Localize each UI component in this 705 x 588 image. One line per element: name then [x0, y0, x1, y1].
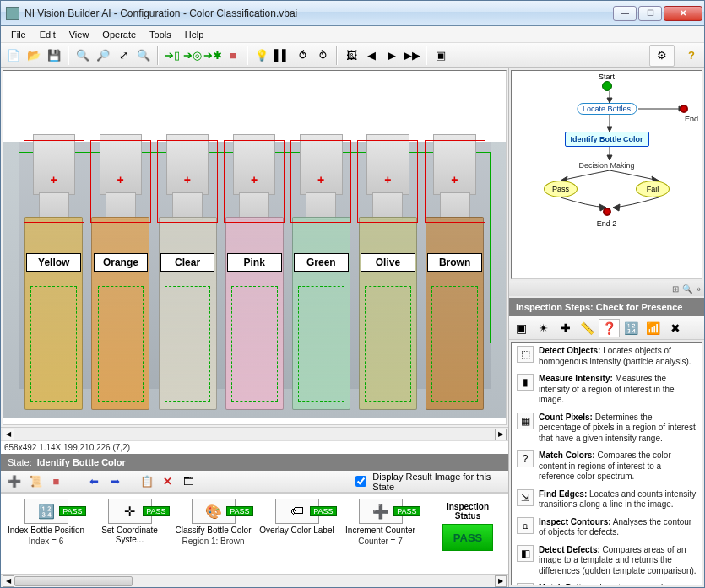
steps-scroll-right-icon[interactable]: ▶: [495, 575, 507, 587]
new-icon[interactable]: 📄: [4, 46, 23, 65]
pass-badge: PASS: [310, 506, 336, 516]
inspection-status-label: Inspection Status: [442, 502, 493, 521]
maximize-button[interactable]: ☐: [638, 6, 662, 21]
diagram-pass-node[interactable]: Pass: [544, 181, 578, 197]
scroll-left-icon[interactable]: ◀: [3, 429, 14, 440]
minimize-button[interactable]: —: [613, 6, 637, 21]
step-3[interactable]: 🏷PASSOverlay Color Label: [257, 499, 337, 537]
prev-arrow-icon[interactable]: ⬅: [85, 472, 103, 491]
highlight-icon[interactable]: ⥁: [313, 46, 332, 65]
zoom-in-icon[interactable]: 🔍: [73, 46, 92, 65]
step-item-icon: ?: [517, 450, 534, 467]
step-2[interactable]: 🎨PASSClassify Bottle ColorRegion 1: Brow…: [173, 499, 253, 546]
inspection-step-detect-objects[interactable]: ⬚Detect Objects: Locates objects of homo…: [512, 343, 702, 370]
bottle-orange: +Orange: [90, 134, 151, 410]
step-0[interactable]: 🔢PASSIndex Bottle PositionIndex = 6: [6, 499, 86, 546]
bulb-icon[interactable]: 💡: [252, 46, 271, 65]
image-play-icon[interactable]: ▶: [382, 46, 401, 65]
inspection-step-match-pattern[interactable]: ◎Match Pattern: Locates grayscale featur…: [512, 580, 702, 585]
step-4[interactable]: ➕PASSIncrement CounterCounter = 7: [340, 499, 420, 546]
measure-icon[interactable]: 📏: [577, 319, 598, 337]
bottle-label: Brown: [427, 253, 482, 272]
state-diagram[interactable]: Start Locate Bottles Identify Bottle Col…: [511, 70, 702, 279]
image-hscrollbar[interactable]: ◀ ▶: [1, 427, 508, 440]
inspection-step-find-edges[interactable]: ⇲Find Edges: Locates and counts intensit…: [512, 486, 702, 514]
step-subtitle: Region 1: Brown: [182, 537, 245, 546]
bottle-label: Clear: [160, 253, 215, 272]
zoom-fit-icon[interactable]: ⤢: [114, 46, 133, 65]
run-continuous-icon[interactable]: ➔✱: [203, 46, 222, 65]
scroll-right-icon[interactable]: ▶: [495, 429, 507, 440]
run-step-icon[interactable]: ➔▯: [163, 46, 182, 65]
clipboard-icon[interactable]: 📋: [138, 472, 156, 491]
state-stop-icon[interactable]: ■: [47, 472, 65, 491]
diagram-zoom-icon[interactable]: 🔍: [682, 284, 692, 294]
comm-icon[interactable]: 📶: [643, 319, 664, 337]
steps-hscrollbar[interactable]: ◀ ▶: [1, 574, 508, 587]
menu-file[interactable]: File: [4, 28, 33, 41]
diagram-start-node[interactable]: [602, 81, 612, 91]
help-icon[interactable]: ?: [682, 46, 701, 65]
menu-view[interactable]: View: [62, 28, 96, 41]
inspection-step-detect-defects[interactable]: ◧Detect Defects: Compares areas of an im…: [512, 542, 702, 580]
diagram-view-icon[interactable]: ⊞: [672, 284, 679, 294]
acquire-icon[interactable]: ▣: [511, 319, 532, 337]
inspection-steps-list[interactable]: ⬚Detect Objects: Locates objects of homo…: [511, 342, 702, 585]
crosshair-icon: +: [184, 173, 191, 186]
script-icon[interactable]: 📜: [27, 472, 45, 491]
pause-icon[interactable]: ▌▌: [273, 46, 291, 65]
menu-tools[interactable]: Tools: [143, 28, 178, 41]
next-arrow-icon[interactable]: ➡: [106, 472, 124, 491]
run-once-icon[interactable]: ➔◎: [183, 46, 202, 65]
crosshair-icon: +: [50, 173, 57, 186]
probe-icon[interactable]: ⥀: [293, 46, 312, 65]
inspection-step-count-pixels[interactable]: ▦Count Pixels: Determines the percentage…: [512, 409, 702, 448]
display-result-checkbox[interactable]: Display Result Image for this State: [352, 472, 503, 492]
step-item-text: Detect Defects: Compares areas of an ima…: [539, 545, 697, 577]
zoom-1to1-icon[interactable]: 🔍: [134, 46, 153, 65]
diagram-expand-icon[interactable]: »: [696, 284, 701, 294]
step-item-icon: ⬚: [517, 346, 534, 363]
image-prev-icon[interactable]: ◀: [362, 46, 381, 65]
menu-operate[interactable]: Operate: [95, 28, 143, 41]
image-icon[interactable]: 🖼: [342, 46, 361, 65]
image-viewer[interactable]: +Yellow+Orange+Clear+Pink+Green+Olive+Br…: [3, 70, 507, 425]
body-roi: [431, 286, 478, 402]
diagram-end2-node[interactable]: [603, 208, 611, 216]
step-icon: 🏷: [290, 504, 304, 519]
zoom-out-icon[interactable]: 🔎: [94, 46, 112, 65]
presence-icon[interactable]: ❓: [599, 319, 620, 337]
steps-scroll-thumb[interactable]: [14, 576, 133, 586]
step-icon: ➕: [372, 504, 389, 520]
add-step-icon[interactable]: ➕: [6, 472, 24, 491]
identify-icon[interactable]: 🔢: [621, 319, 642, 337]
save-icon[interactable]: 💾: [45, 46, 63, 65]
step-1[interactable]: ✛PASSSet Coordinate Syste...: [89, 499, 170, 546]
open-icon[interactable]: 📂: [24, 46, 43, 65]
display-result-checkbox-input[interactable]: [355, 476, 366, 487]
inspection-step-inspect-contours[interactable]: ⩍Inspect Contours: Analyses the contour …: [512, 514, 702, 542]
toggle-icon[interactable]: ⚙: [653, 46, 671, 65]
diagram-locate-node[interactable]: Locate Bottles: [577, 103, 637, 115]
step-subtitle: Index = 6: [29, 537, 63, 546]
steps-scroll-left-icon[interactable]: ◀: [3, 575, 14, 587]
close-button[interactable]: ✕: [664, 6, 702, 21]
diagram-end-node[interactable]: [680, 105, 688, 113]
delete-icon[interactable]: ✕: [159, 472, 176, 491]
inspection-step-match-colors[interactable]: ?Match Colors: Compares the color conten…: [512, 447, 702, 486]
diagram-identify-node[interactable]: Identify Bottle Color: [565, 132, 649, 147]
stop-icon[interactable]: ■: [224, 46, 242, 65]
overlay-icon[interactable]: ▣: [431, 46, 450, 65]
step-item-icon: ◧: [517, 545, 534, 562]
bottle-label: Orange: [94, 253, 149, 272]
menu-edit[interactable]: Edit: [33, 28, 62, 41]
image-next-icon[interactable]: ▶▶: [403, 46, 421, 65]
properties-icon[interactable]: 🗔: [180, 472, 198, 491]
inspection-step-measure-intensity[interactable]: ▮Measure Intensity: Measures the intensi…: [512, 370, 702, 409]
enhance-icon[interactable]: ✴: [533, 319, 554, 337]
crosshair-icon: +: [451, 173, 458, 186]
locate-icon[interactable]: ✚: [555, 319, 576, 337]
additional-icon[interactable]: ✖: [664, 319, 686, 337]
diagram-fail-node[interactable]: Fail: [636, 181, 670, 197]
menu-help[interactable]: Help: [178, 28, 211, 41]
